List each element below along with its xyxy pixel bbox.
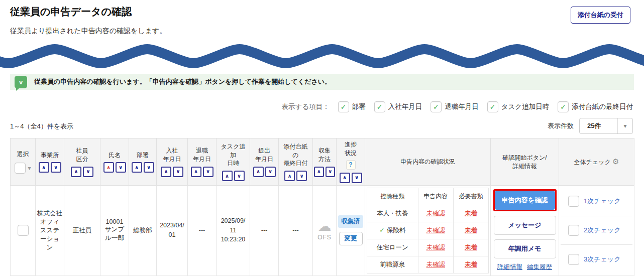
sort-asc-button[interactable]: ∧ [132, 162, 142, 173]
sort-asc-button[interactable]: ∧ [222, 171, 233, 181]
name-cell: 10001 サンプル一郎 [100, 186, 129, 275]
inner-row-housing-loan: 住宅ローン 未確認 未着 [367, 239, 489, 256]
filter-label: タスク追加日時 [501, 102, 549, 111]
confirm-declaration-button[interactable]: 申告内容を確認 [495, 191, 555, 210]
sort-asc-button[interactable]: ∧ [161, 167, 171, 177]
checkbox-attach-last-date[interactable]: ✓ [558, 101, 569, 112]
hire-date-cell: 2023/04/ 01 [157, 186, 188, 275]
wave-divider [0, 40, 644, 72]
gear-icon[interactable]: ⚙ [612, 157, 619, 166]
sort-asc-button[interactable]: ∧ [71, 167, 81, 177]
col-header-confirmation-status: 申告内容の確認状況 [365, 139, 491, 186]
first-check-label: 1次チェック [584, 197, 620, 206]
year-end-memo-button[interactable]: 年調用メモ [494, 239, 556, 258]
guidance-banner: v 従業員の申告内容の確認を行います。「申告内容を確認」ボタンを押して作業を開始… [10, 74, 634, 90]
sort-desc-button[interactable]: ∨ [265, 167, 276, 177]
unconfirmed-link[interactable]: 未確認 [426, 261, 445, 268]
column-label: 部署 [130, 151, 155, 160]
message-button[interactable]: メッセージ [494, 216, 556, 235]
second-check-checkbox[interactable] [568, 225, 579, 236]
not-arrived-link[interactable]: 未着 [465, 244, 477, 251]
col-header-submitted-date: 提出 年月日 ∧∨ [250, 139, 279, 186]
sort-desc-button[interactable]: ∨ [234, 171, 245, 181]
col-header-actions: 確認開始ボタン/ 詳細情報 [491, 139, 559, 186]
col-header-employee-type: 社員 区分 ∧∨ [64, 139, 100, 186]
cloud-icon: ☁ [314, 220, 335, 233]
column-label: 申告内容の確認状況 [366, 158, 489, 166]
select-all-checkbox[interactable] [15, 163, 26, 174]
checkbox-retire-date[interactable]: ✓ [431, 101, 442, 112]
col-header-attach-last-date: 添付台紙 の 最終日付 ∧∨ [279, 139, 313, 186]
detail-info-link[interactable]: 詳細情報 [497, 263, 522, 271]
col-header-task-added: タスク追 加 日時 ∧∨ [217, 139, 250, 186]
not-arrived-link[interactable]: 未着 [465, 227, 477, 234]
col-header-progress: 進捗 状況 ? ∧∨ [337, 139, 365, 186]
edit-history-link[interactable]: 編集履歴 [527, 263, 552, 271]
column-label: 提出 年月日 [251, 147, 277, 164]
filter-department: ✓ 部署 [338, 101, 366, 112]
employee-code: 10001 [102, 218, 127, 225]
sort-desc-button[interactable]: ∨ [51, 162, 61, 173]
sort-desc-button[interactable]: ∨ [83, 167, 93, 177]
deduction-type: ✓保険料 [367, 222, 418, 239]
first-check-row: 1次チェック [561, 187, 632, 216]
inner-header-declared-content: 申告内容 [418, 188, 453, 205]
progress-cell: 収集済 変更 [337, 186, 365, 275]
sort-asc-button-active[interactable]: ∧ [103, 162, 114, 173]
check-icon: ✓ [560, 103, 566, 111]
sort-desc-button[interactable]: ∨ [116, 162, 126, 173]
not-arrived-link[interactable]: 未着 [465, 210, 477, 217]
unconfirmed-link[interactable]: 未確認 [426, 227, 445, 234]
sort-asc-button[interactable]: ∧ [253, 167, 264, 177]
sort-desc-button[interactable]: ∨ [352, 173, 362, 183]
employee-name: サンプル一郎 [102, 225, 127, 242]
display-options-label: 表示する項目： [282, 102, 330, 111]
caret-down-icon[interactable]: ▾ [28, 165, 31, 172]
check-icon: ✓ [341, 103, 347, 111]
third-check-checkbox[interactable] [568, 254, 579, 265]
result-count-summary: 1～4（全4）件を表示 [10, 122, 73, 131]
confirmation-status-table: 控除種類 申告内容 必要書類 本人・扶養 未確認 未着 ✓保険料 未確認 未着 [367, 188, 489, 273]
col-header-office: 事業所 ∧∨ [36, 139, 64, 186]
sort-asc-button[interactable]: ∧ [191, 167, 201, 177]
employee-declaration-table: 選択 ▾ 事業所 ∧∨ 社員 区分 ∧∨ 氏名 ∧∨ 部署 ∧∨ 入社 年月日 … [10, 138, 634, 276]
sort-asc-button[interactable]: ∧ [39, 162, 49, 173]
row-checkbox[interactable] [18, 225, 29, 236]
column-label: 進捗 状況 [338, 141, 364, 158]
sort-desc-button[interactable]: ∨ [296, 171, 307, 181]
sort-asc-button[interactable]: ∧ [284, 171, 295, 181]
filter-label: 退職年月日 [445, 102, 479, 111]
guidance-text: 従業員の申告内容の確認を行います。「申告内容を確認」ボタンを押して作業を開始して… [34, 77, 331, 86]
inner-header-deduction-type: 控除種類 [367, 188, 418, 205]
display-options: 表示する項目： ✓ 部署 ✓ 入社年月日 ✓ 退職年月日 ✓ タスク追加日時 ✓… [282, 101, 633, 112]
not-arrived-link[interactable]: 未着 [465, 261, 477, 268]
sort-desc-button[interactable]: ∨ [173, 167, 183, 177]
sort-desc-button[interactable]: ∨ [144, 162, 154, 173]
col-header-retire-date: 退職 年月日 ∧∨ [188, 139, 217, 186]
checkbox-hire-date[interactable]: ✓ [374, 101, 385, 112]
sort-asc-button[interactable]: ∧ [314, 167, 324, 177]
first-check-checkbox[interactable] [568, 196, 579, 207]
per-page-control: 表示件数 25件 ▾ [548, 118, 633, 134]
col-header-select: 選択 ▾ [11, 139, 36, 186]
help-icon[interactable]: ? [346, 160, 356, 170]
filter-attach-last-date: ✓ 添付台紙の最終日付 [558, 101, 633, 112]
check-icon: ✓ [377, 103, 383, 111]
unconfirmed-link[interactable]: 未確認 [426, 244, 445, 251]
overall-check-cell: 1次チェック 2次チェック 3次チェック [559, 186, 634, 275]
change-status-button[interactable]: 変更 [339, 232, 363, 245]
attach-sheet-button[interactable]: 添付台紙の受付 [571, 7, 630, 24]
checkbox-department[interactable]: ✓ [338, 101, 349, 112]
sort-asc-button[interactable]: ∧ [340, 173, 350, 183]
unconfirmed-link[interactable]: 未確認 [426, 210, 445, 217]
per-page-select[interactable]: 25件 ▾ [579, 118, 633, 134]
office-cell: 株式会社オフィスステーション [36, 186, 64, 275]
filter-retire-date: ✓ 退職年月日 [431, 101, 479, 112]
checkbox-task-added[interactable]: ✓ [487, 101, 498, 112]
sort-desc-button[interactable]: ∨ [326, 167, 336, 177]
col-header-overall-check: 全体チェック ⚙ [559, 139, 634, 186]
col-header-department: 部署 ∧∨ [129, 139, 157, 186]
sort-desc-button[interactable]: ∨ [203, 167, 213, 177]
column-label: 入社 年月日 [158, 147, 186, 164]
retire-date-cell: --- [188, 186, 217, 275]
